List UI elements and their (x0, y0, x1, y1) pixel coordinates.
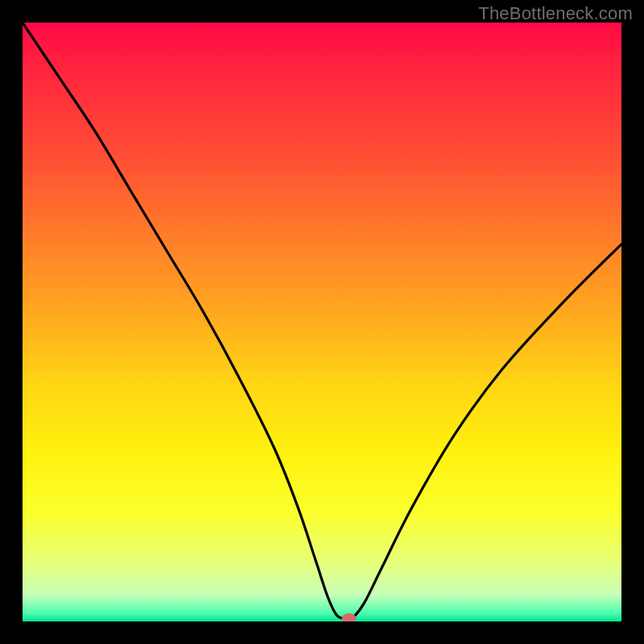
bottleneck-curve (23, 23, 621, 620)
minimum-marker (341, 613, 356, 621)
plot-area (23, 23, 621, 621)
curve-layer (23, 23, 621, 621)
chart-frame: TheBottleneck.com (0, 0, 644, 644)
attribution-text: TheBottleneck.com (478, 3, 633, 24)
